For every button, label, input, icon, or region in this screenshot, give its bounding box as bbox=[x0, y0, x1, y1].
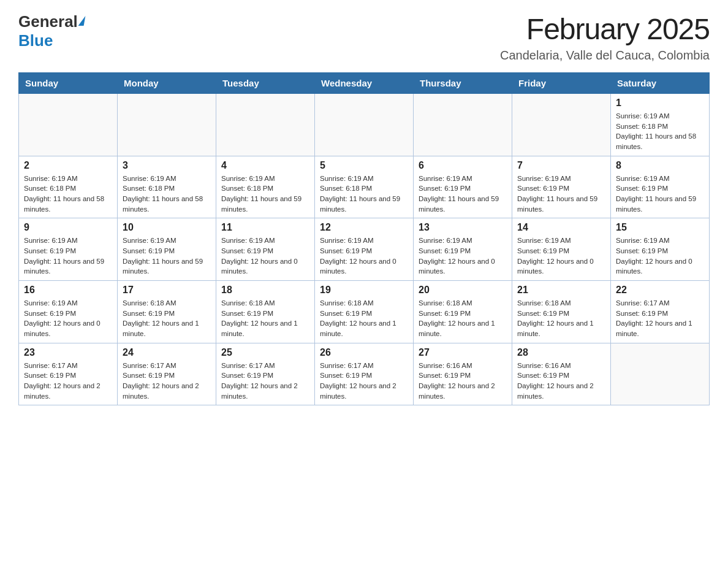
logo-triangle-icon bbox=[78, 16, 85, 26]
day-info: Sunrise: 6:17 AM Sunset: 6:19 PM Dayligh… bbox=[320, 361, 408, 402]
calendar-day-header: Sunday bbox=[19, 73, 118, 94]
calendar-day-header: Thursday bbox=[414, 73, 512, 94]
logo: General Blue bbox=[18, 12, 85, 50]
day-info: Sunrise: 6:17 AM Sunset: 6:19 PM Dayligh… bbox=[123, 361, 211, 402]
day-info: Sunrise: 6:17 AM Sunset: 6:19 PM Dayligh… bbox=[221, 361, 309, 402]
day-info: Sunrise: 6:16 AM Sunset: 6:19 PM Dayligh… bbox=[517, 361, 605, 402]
day-info: Sunrise: 6:18 AM Sunset: 6:19 PM Dayligh… bbox=[123, 298, 211, 339]
calendar-header-row: SundayMondayTuesdayWednesdayThursdayFrid… bbox=[19, 73, 710, 94]
calendar-day-cell: 6Sunrise: 6:19 AM Sunset: 6:19 PM Daylig… bbox=[414, 156, 512, 218]
calendar-day-cell bbox=[315, 94, 414, 156]
day-number: 22 bbox=[616, 285, 704, 296]
page-header: General Blue February 2025 Candelaria, V… bbox=[18, 12, 710, 63]
calendar-day-cell: 28Sunrise: 6:16 AM Sunset: 6:19 PM Dayli… bbox=[512, 343, 611, 405]
day-info: Sunrise: 6:19 AM Sunset: 6:19 PM Dayligh… bbox=[517, 174, 605, 215]
day-number: 10 bbox=[123, 222, 211, 233]
day-number: 15 bbox=[616, 222, 704, 233]
calendar-day-cell: 22Sunrise: 6:17 AM Sunset: 6:19 PM Dayli… bbox=[611, 281, 710, 343]
calendar-day-cell: 20Sunrise: 6:18 AM Sunset: 6:19 PM Dayli… bbox=[414, 281, 512, 343]
day-number: 24 bbox=[123, 347, 211, 358]
logo-blue-text: Blue bbox=[18, 31, 53, 50]
calendar-day-cell: 21Sunrise: 6:18 AM Sunset: 6:19 PM Dayli… bbox=[512, 281, 611, 343]
calendar-day-cell: 17Sunrise: 6:18 AM Sunset: 6:19 PM Dayli… bbox=[118, 281, 216, 343]
calendar-day-cell: 19Sunrise: 6:18 AM Sunset: 6:19 PM Dayli… bbox=[315, 281, 414, 343]
calendar-day-cell: 5Sunrise: 6:19 AM Sunset: 6:18 PM Daylig… bbox=[315, 156, 414, 218]
calendar-day-cell: 18Sunrise: 6:18 AM Sunset: 6:19 PM Dayli… bbox=[216, 281, 315, 343]
day-number: 19 bbox=[320, 285, 408, 296]
day-info: Sunrise: 6:18 AM Sunset: 6:19 PM Dayligh… bbox=[517, 298, 605, 339]
day-number: 23 bbox=[24, 347, 112, 358]
calendar-day-cell: 12Sunrise: 6:19 AM Sunset: 6:19 PM Dayli… bbox=[315, 218, 414, 281]
day-info: Sunrise: 6:19 AM Sunset: 6:19 PM Dayligh… bbox=[24, 298, 112, 339]
calendar-day-cell: 4Sunrise: 6:19 AM Sunset: 6:18 PM Daylig… bbox=[216, 156, 315, 218]
day-number: 11 bbox=[221, 222, 309, 233]
calendar-day-header: Monday bbox=[118, 73, 216, 94]
calendar-table: SundayMondayTuesdayWednesdayThursdayFrid… bbox=[18, 72, 710, 405]
logo-general-text: General bbox=[18, 12, 78, 31]
day-number: 8 bbox=[616, 160, 704, 171]
calendar-day-cell: 27Sunrise: 6:16 AM Sunset: 6:19 PM Dayli… bbox=[414, 343, 512, 405]
calendar-day-header: Tuesday bbox=[216, 73, 315, 94]
calendar-day-header: Wednesday bbox=[315, 73, 414, 94]
calendar-week-row: 16Sunrise: 6:19 AM Sunset: 6:19 PM Dayli… bbox=[19, 281, 710, 343]
day-number: 20 bbox=[419, 285, 507, 296]
day-number: 14 bbox=[517, 222, 605, 233]
day-info: Sunrise: 6:19 AM Sunset: 6:18 PM Dayligh… bbox=[616, 111, 704, 152]
day-info: Sunrise: 6:19 AM Sunset: 6:19 PM Dayligh… bbox=[320, 236, 408, 277]
day-number: 2 bbox=[24, 160, 112, 171]
calendar-day-cell: 23Sunrise: 6:17 AM Sunset: 6:19 PM Dayli… bbox=[19, 343, 118, 405]
day-number: 6 bbox=[419, 160, 507, 171]
day-number: 26 bbox=[320, 347, 408, 358]
day-number: 12 bbox=[320, 222, 408, 233]
day-info: Sunrise: 6:19 AM Sunset: 6:19 PM Dayligh… bbox=[24, 236, 112, 277]
calendar-day-cell: 9Sunrise: 6:19 AM Sunset: 6:19 PM Daylig… bbox=[19, 218, 118, 281]
day-info: Sunrise: 6:19 AM Sunset: 6:19 PM Dayligh… bbox=[616, 174, 704, 215]
calendar-week-row: 23Sunrise: 6:17 AM Sunset: 6:19 PM Dayli… bbox=[19, 343, 710, 405]
calendar-day-cell: 24Sunrise: 6:17 AM Sunset: 6:19 PM Dayli… bbox=[118, 343, 216, 405]
day-info: Sunrise: 6:18 AM Sunset: 6:19 PM Dayligh… bbox=[221, 298, 309, 339]
calendar-day-cell: 8Sunrise: 6:19 AM Sunset: 6:19 PM Daylig… bbox=[611, 156, 710, 218]
calendar-day-cell: 16Sunrise: 6:19 AM Sunset: 6:19 PM Dayli… bbox=[19, 281, 118, 343]
day-number: 4 bbox=[221, 160, 309, 171]
calendar-day-cell bbox=[216, 94, 315, 156]
calendar-day-cell: 10Sunrise: 6:19 AM Sunset: 6:19 PM Dayli… bbox=[118, 218, 216, 281]
day-info: Sunrise: 6:19 AM Sunset: 6:18 PM Dayligh… bbox=[24, 174, 112, 215]
day-info: Sunrise: 6:19 AM Sunset: 6:19 PM Dayligh… bbox=[517, 236, 605, 277]
calendar-day-cell: 3Sunrise: 6:19 AM Sunset: 6:18 PM Daylig… bbox=[118, 156, 216, 218]
day-number: 13 bbox=[419, 222, 507, 233]
calendar-day-header: Saturday bbox=[611, 73, 710, 94]
calendar-week-row: 2Sunrise: 6:19 AM Sunset: 6:18 PM Daylig… bbox=[19, 156, 710, 218]
day-info: Sunrise: 6:19 AM Sunset: 6:19 PM Dayligh… bbox=[123, 236, 211, 277]
day-info: Sunrise: 6:19 AM Sunset: 6:19 PM Dayligh… bbox=[419, 236, 507, 277]
calendar-week-row: 1Sunrise: 6:19 AM Sunset: 6:18 PM Daylig… bbox=[19, 94, 710, 156]
calendar-day-cell: 25Sunrise: 6:17 AM Sunset: 6:19 PM Dayli… bbox=[216, 343, 315, 405]
day-number: 5 bbox=[320, 160, 408, 171]
day-number: 16 bbox=[24, 285, 112, 296]
calendar-day-header: Friday bbox=[512, 73, 611, 94]
day-number: 1 bbox=[616, 98, 704, 109]
calendar-day-cell bbox=[118, 94, 216, 156]
calendar-day-cell: 13Sunrise: 6:19 AM Sunset: 6:19 PM Dayli… bbox=[414, 218, 512, 281]
day-info: Sunrise: 6:17 AM Sunset: 6:19 PM Dayligh… bbox=[24, 361, 112, 402]
calendar-day-cell: 26Sunrise: 6:17 AM Sunset: 6:19 PM Dayli… bbox=[315, 343, 414, 405]
location-title: Candelaria, Valle del Cauca, Colombia bbox=[500, 48, 710, 63]
calendar-day-cell: 7Sunrise: 6:19 AM Sunset: 6:19 PM Daylig… bbox=[512, 156, 611, 218]
day-info: Sunrise: 6:19 AM Sunset: 6:19 PM Dayligh… bbox=[419, 174, 507, 215]
day-info: Sunrise: 6:18 AM Sunset: 6:19 PM Dayligh… bbox=[320, 298, 408, 339]
calendar-day-cell: 2Sunrise: 6:19 AM Sunset: 6:18 PM Daylig… bbox=[19, 156, 118, 218]
day-info: Sunrise: 6:19 AM Sunset: 6:18 PM Dayligh… bbox=[221, 174, 309, 215]
calendar-week-row: 9Sunrise: 6:19 AM Sunset: 6:19 PM Daylig… bbox=[19, 218, 710, 281]
day-info: Sunrise: 6:17 AM Sunset: 6:19 PM Dayligh… bbox=[616, 298, 704, 339]
title-area: February 2025 Candelaria, Valle del Cauc… bbox=[500, 12, 710, 63]
day-info: Sunrise: 6:19 AM Sunset: 6:18 PM Dayligh… bbox=[123, 174, 211, 215]
calendar-day-cell bbox=[414, 94, 512, 156]
calendar-day-cell: 1Sunrise: 6:19 AM Sunset: 6:18 PM Daylig… bbox=[611, 94, 710, 156]
calendar-day-cell: 11Sunrise: 6:19 AM Sunset: 6:19 PM Dayli… bbox=[216, 218, 315, 281]
day-number: 7 bbox=[517, 160, 605, 171]
day-info: Sunrise: 6:19 AM Sunset: 6:19 PM Dayligh… bbox=[616, 236, 704, 277]
day-info: Sunrise: 6:16 AM Sunset: 6:19 PM Dayligh… bbox=[419, 361, 507, 402]
calendar-day-cell bbox=[19, 94, 118, 156]
day-number: 21 bbox=[517, 285, 605, 296]
day-info: Sunrise: 6:18 AM Sunset: 6:19 PM Dayligh… bbox=[419, 298, 507, 339]
day-number: 28 bbox=[517, 347, 605, 358]
